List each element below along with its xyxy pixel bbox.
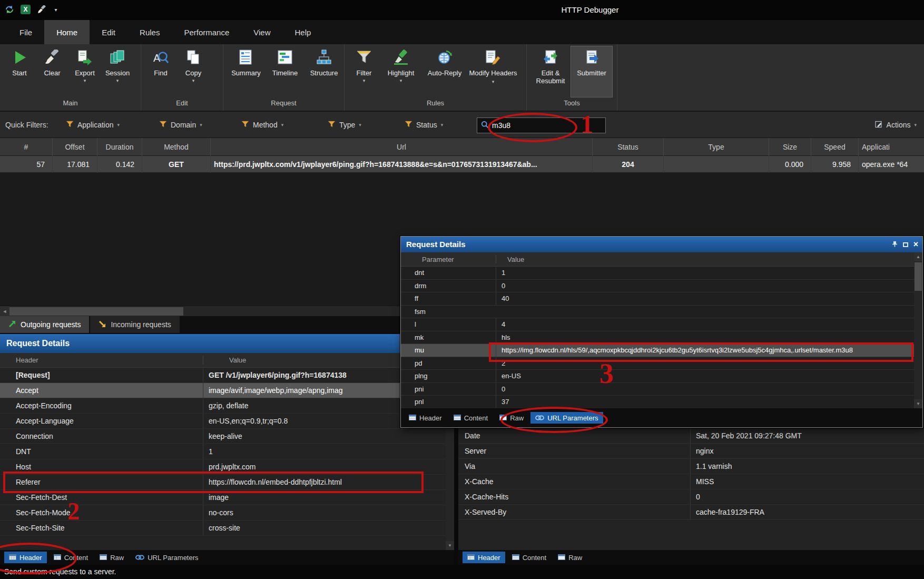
tab-outgoing-requests[interactable]: Outgoing requests xyxy=(0,316,89,333)
col-speed[interactable]: Speed xyxy=(811,138,859,156)
menu-view[interactable]: View xyxy=(241,20,282,44)
tab-raw[interactable]: Raw xyxy=(553,552,587,563)
auto-reply-button[interactable]: Auto-Reply xyxy=(421,46,468,97)
col-duration[interactable]: Duration xyxy=(97,138,142,156)
col-size[interactable]: Size xyxy=(769,138,811,156)
header-row[interactable]: DNT1 xyxy=(0,444,446,459)
col-url[interactable]: Url xyxy=(211,138,593,156)
menu-edit[interactable]: Edit xyxy=(90,20,127,44)
header-row[interactable]: Sec-Fetch-Destimage xyxy=(0,490,446,505)
param-row[interactable]: fsm xyxy=(401,306,914,319)
sync-icon[interactable] xyxy=(4,4,15,15)
maximize-icon[interactable] xyxy=(903,242,908,247)
timeline-button[interactable]: Timeline xyxy=(266,46,304,97)
search-input[interactable] xyxy=(492,121,602,130)
param-row[interactable]: plngen-US xyxy=(401,370,914,383)
col-method[interactable]: Method xyxy=(142,138,211,156)
filter-button[interactable]: Filter ▾ xyxy=(348,46,380,97)
header-row[interactable]: Hostprd.jwpltx.com xyxy=(0,459,446,475)
dropdown-arrow-icon[interactable]: ▾ xyxy=(400,78,402,83)
param-row[interactable]: drm0 xyxy=(401,280,914,293)
param-row[interactable]: l4 xyxy=(401,318,914,331)
col-application[interactable]: Applicati xyxy=(859,138,924,156)
header-row[interactable]: X-Cache-Hits0 xyxy=(458,489,924,505)
tab-url-parameters[interactable]: URL Parameters xyxy=(131,552,203,563)
col-type[interactable]: Type xyxy=(664,138,769,156)
clear-button[interactable]: Clear xyxy=(36,46,68,97)
header-row[interactable]: Via1.1 varnish xyxy=(458,459,924,474)
session-button[interactable]: Session ▾ xyxy=(101,46,134,97)
pin-icon[interactable] xyxy=(892,237,898,252)
dropdown-arrow-icon[interactable]: ▾ xyxy=(192,78,195,83)
tab-header[interactable]: Header xyxy=(4,552,47,563)
header-row[interactable]: Acceptimage/avif,image/webp,image/apng,i… xyxy=(0,383,446,398)
param-row[interactable]: dnt1 xyxy=(401,267,914,280)
dropdown-arrow-icon[interactable]: ▾ xyxy=(116,78,119,83)
header-row[interactable]: Accept-Languageen-US,en;q=0.9,tr;q=0.8 xyxy=(0,414,446,429)
modify-headers-button[interactable]: Modify Headers ▾ xyxy=(468,46,518,97)
horizontal-scrollbar[interactable]: ◄ xyxy=(0,306,449,316)
header-row[interactable]: Sec-Fetch-Modeno-cors xyxy=(0,505,446,521)
menu-rules[interactable]: Rules xyxy=(127,20,172,44)
edit-resubmit-button[interactable]: Edit & Resubmit xyxy=(530,46,571,97)
menu-performance[interactable]: Performance xyxy=(172,20,241,44)
col-status[interactable]: Status xyxy=(593,138,664,156)
close-icon[interactable]: × xyxy=(913,240,918,249)
param-row[interactable]: pni0 xyxy=(401,383,914,396)
tab-content[interactable]: Content xyxy=(507,552,552,563)
header-row-referer[interactable]: Refererhttps://flowcdn.nl/embed-ddhtpfjb… xyxy=(0,475,446,490)
param-row[interactable]: mkhls xyxy=(401,331,914,345)
param-row-mu[interactable]: muhttps://img.flowcdn.nl/hls/59/,aqcmoxp… xyxy=(401,344,914,357)
export-button[interactable]: Export ▾ xyxy=(68,46,101,97)
start-button[interactable]: Start xyxy=(3,46,36,97)
param-row[interactable]: pd2 xyxy=(401,357,914,370)
menu-home[interactable]: Home xyxy=(44,20,90,44)
actions-button[interactable]: Actions▾ xyxy=(875,112,917,138)
scroll-down-icon[interactable]: ▼ xyxy=(914,399,922,408)
col-header-parameter[interactable]: Parameter xyxy=(422,252,454,267)
col-offset[interactable]: Offset xyxy=(53,138,97,156)
filter-domain[interactable]: Domain▾ xyxy=(159,112,202,138)
dropdown-arrow-icon[interactable]: ▾ xyxy=(84,78,86,83)
header-row[interactable]: DateSat, 20 Feb 2021 09:27:48 GMT xyxy=(458,428,924,444)
find-button[interactable]: A Find xyxy=(144,46,177,97)
tab-incoming-requests[interactable]: Incoming requests xyxy=(90,316,179,333)
tab-url-parameters[interactable]: URL Parameters xyxy=(530,412,603,424)
copy-button[interactable]: Copy ▾ xyxy=(177,46,210,97)
excel-export-icon[interactable]: X xyxy=(21,5,31,14)
menu-file[interactable]: File xyxy=(7,20,44,44)
col-header-name[interactable]: Header xyxy=(16,353,38,368)
submitter-button[interactable]: Submitter xyxy=(571,46,612,97)
param-row[interactable]: pnl37 xyxy=(401,396,914,409)
header-row[interactable]: [Request]GET /v1/jwplayer6/ping.gif?h=16… xyxy=(0,368,446,383)
scroll-up-icon[interactable]: ▲ xyxy=(914,252,922,261)
header-row[interactable]: Connectionkeep-alive xyxy=(0,429,446,444)
filter-type[interactable]: Type▾ xyxy=(328,112,361,138)
vertical-scrollbar[interactable]: ▲ ▼ xyxy=(914,252,922,408)
tab-header[interactable]: Header xyxy=(463,552,505,563)
scrollbar-thumb[interactable] xyxy=(9,307,183,316)
column-divider[interactable] xyxy=(496,255,496,263)
col-header-value[interactable]: Value xyxy=(229,353,246,368)
col-num[interactable]: # xyxy=(0,138,53,156)
header-row[interactable]: X-CacheMISS xyxy=(458,474,924,489)
quick-access-chevron-icon[interactable]: ▾ xyxy=(53,4,59,15)
request-row[interactable]: 57 17.081 0.142 GET https://prd.jwpltx.c… xyxy=(0,156,924,173)
filter-method[interactable]: Method▾ xyxy=(241,112,283,138)
header-row[interactable]: Accept-Encodinggzip, deflate xyxy=(0,398,446,414)
tab-content[interactable]: Content xyxy=(449,412,493,424)
tab-content[interactable]: Content xyxy=(49,552,93,563)
dropdown-arrow-icon[interactable]: ▾ xyxy=(492,79,495,84)
scroll-down-icon[interactable]: ▼ xyxy=(446,541,454,550)
filter-application[interactable]: Application▾ xyxy=(66,112,120,138)
header-row[interactable]: X-Served-Bycache-fra19129-FRA xyxy=(458,505,924,520)
highlight-button[interactable]: Highlight ▾ xyxy=(380,46,421,97)
tab-raw[interactable]: Raw xyxy=(495,412,528,424)
scroll-left-icon[interactable]: ◄ xyxy=(0,306,9,317)
column-divider[interactable] xyxy=(203,356,203,365)
dropdown-arrow-icon[interactable]: ▾ xyxy=(363,78,366,83)
brush-icon[interactable] xyxy=(36,4,47,15)
col-header-value[interactable]: Value xyxy=(507,252,524,267)
search-box[interactable] xyxy=(477,117,606,133)
summary-button[interactable]: Summary xyxy=(227,46,266,97)
